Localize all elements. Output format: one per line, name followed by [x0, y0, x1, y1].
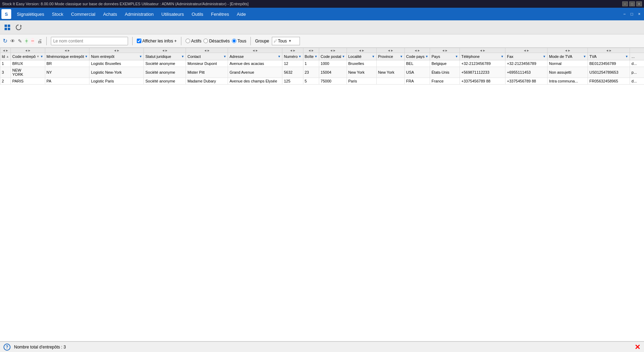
resize-extra[interactable] — [630, 48, 644, 53]
add-icon[interactable]: + — [25, 38, 28, 44]
filter-fax-icon[interactable]: ▼ — [543, 55, 546, 58]
menu-outils[interactable]: Outils — [188, 10, 207, 18]
radio-tous-label[interactable]: Tous — [232, 39, 246, 44]
radio-desactives[interactable] — [203, 39, 208, 43]
col-header-cpays[interactable]: Code pays▼ — [404, 53, 430, 60]
resize-pays[interactable]: ◄► — [430, 48, 460, 53]
status-close-icon[interactable]: ✕ — [635, 343, 640, 351]
resize-num[interactable]: ◄► — [282, 48, 303, 53]
resize-tva[interactable]: ◄► — [588, 48, 630, 53]
filter-num-icon[interactable]: ▼ — [298, 55, 302, 58]
filter-adresse-icon[interactable]: ▼ — [278, 55, 281, 58]
filter-mnem-icon[interactable]: ▼ — [85, 55, 88, 58]
resize-code[interactable]: ◄► — [11, 48, 45, 53]
menu-aide[interactable]: Aide — [233, 10, 249, 18]
col-header-adresse[interactable]: Adresse▼ — [228, 53, 282, 60]
filter-modetva-icon[interactable]: ▼ — [583, 55, 586, 58]
title-bar-buttons: − □ × — [622, 1, 642, 6]
resize-id[interactable]: ◄► — [0, 48, 11, 53]
table-row[interactable]: 2PARISPALogistic ParisSociété anonymeMad… — [0, 78, 644, 85]
resize-cp[interactable]: ◄► — [319, 48, 347, 53]
print-icon[interactable]: 🖨 — [37, 38, 42, 44]
menu-fenetres[interactable]: Fenêtres — [208, 10, 233, 18]
win-close[interactable]: × — [636, 11, 643, 17]
resize-adresse[interactable]: ◄► — [228, 48, 282, 53]
minimize-btn[interactable]: − — [622, 1, 628, 6]
filter-cpays-icon[interactable]: ▼ — [425, 55, 428, 58]
col-header-prov[interactable]: Province▼ — [376, 53, 404, 60]
status-text: Nombre total d'entrepôts : 3 — [14, 345, 66, 350]
table-cell: Mister Pitt — [186, 67, 228, 78]
col-header-mnem[interactable]: Mnémonique entrepôt▼ — [45, 53, 89, 60]
radio-tous[interactable] — [232, 39, 236, 43]
edit-icon[interactable]: ✎ — [18, 38, 22, 44]
menu-achats[interactable]: Achats — [100, 10, 121, 18]
filter-pays-icon[interactable]: ▼ — [455, 55, 458, 58]
col-header-cp[interactable]: Code postal▼ — [319, 53, 347, 60]
col-header-pays[interactable]: Pays▼ — [430, 53, 460, 60]
afficher-infos-checkbox[interactable] — [137, 39, 141, 43]
resize-modetva[interactable]: ◄► — [548, 48, 588, 53]
close-btn[interactable]: × — [636, 1, 642, 6]
filter-cp-icon[interactable]: ▼ — [342, 55, 345, 58]
col-header-statut[interactable]: Statut juridique▼ — [144, 53, 186, 60]
filter-prov-icon[interactable]: ▼ — [400, 55, 403, 58]
menu-utilisateurs[interactable]: Utilisateurs — [158, 10, 187, 18]
resize-cpays[interactable]: ◄► — [404, 48, 430, 53]
col-header-contact[interactable]: Contact▼ — [186, 53, 228, 60]
radio-actifs-label[interactable]: Actifs — [186, 39, 201, 44]
table-row[interactable]: 3NEW YORKNYLogistic New-YorkSociété anon… — [0, 67, 644, 78]
filter-code-icon[interactable]: ▼ — [40, 55, 43, 58]
col-header-num[interactable]: Numéro▼ — [282, 53, 303, 60]
col-header-modetva[interactable]: Mode de TVA▼ — [548, 53, 588, 60]
col-header-tva[interactable]: TVA▼ — [588, 53, 630, 60]
resize-mnem[interactable]: ◄► — [45, 48, 89, 53]
col-header-code[interactable]: Code entrepô▼▼ — [11, 53, 45, 60]
menu-signaletiques[interactable]: Signalétiques — [13, 10, 48, 18]
delete-icon[interactable]: − — [31, 38, 34, 44]
col-header-extra: ... — [630, 53, 644, 60]
resize-boite[interactable]: ◄► — [303, 48, 319, 53]
menu-stock[interactable]: Stock — [48, 10, 67, 18]
filter-tva-icon[interactable]: ▼ — [625, 55, 628, 58]
radio-desactives-label[interactable]: Désactivés — [203, 39, 230, 44]
resize-contact[interactable]: ◄► — [186, 48, 228, 53]
win-restore[interactable]: □ — [629, 11, 635, 17]
filter-nom-icon[interactable]: ▼ — [139, 55, 142, 58]
menu-commercial[interactable]: Commercial — [68, 10, 99, 18]
help-icon[interactable]: ? — [4, 344, 11, 351]
resize-loc[interactable]: ◄► — [347, 48, 376, 53]
resize-nom[interactable]: ◄► — [89, 48, 144, 53]
col-header-boite[interactable]: Boîte▼ — [303, 53, 319, 60]
module-grid-icon[interactable] — [3, 23, 12, 32]
col-header-nom[interactable]: Nom entrepôt▼ — [89, 53, 144, 60]
search-input[interactable] — [51, 37, 128, 45]
filter-statut-icon[interactable]: ▼ — [181, 55, 185, 58]
afficher-infos-checkbox-label[interactable]: Afficher les infos + — [137, 39, 177, 44]
filter-tel-icon[interactable]: ▼ — [501, 55, 504, 58]
filter-boite-icon[interactable]: ▼ — [314, 55, 317, 58]
resize-prov[interactable]: ◄► — [376, 48, 404, 53]
menu-administration[interactable]: Administration — [121, 10, 157, 18]
svg-rect-2 — [5, 28, 7, 30]
win-minimize[interactable]: − — [621, 11, 628, 17]
col-header-loc[interactable]: Localité▼ — [347, 53, 376, 60]
table-cell: d... — [630, 60, 644, 67]
table-container[interactable]: ◄► ◄► ◄► ◄► ◄► ◄► ◄► ◄► ◄► ◄► ◄► ◄► ◄► ◄… — [0, 48, 644, 341]
view-icon[interactable]: 👁 — [10, 38, 15, 44]
table-row[interactable]: 1BRUXBRLogistic BruxellesSociété anonyme… — [0, 60, 644, 67]
table-cell: Bruxelles — [347, 60, 376, 67]
col-header-fax[interactable]: Fax▼ — [505, 53, 548, 60]
table-cell: FRA — [404, 78, 430, 85]
refresh-icon[interactable]: ↻ — [3, 38, 7, 44]
filter-contact-icon[interactable]: ▼ — [223, 55, 227, 58]
col-header-id[interactable]: Id▲ — [0, 53, 11, 60]
radio-actifs[interactable] — [186, 39, 190, 43]
maximize-btn[interactable]: □ — [629, 1, 635, 6]
col-header-tel[interactable]: Téléphone▼ — [460, 53, 505, 60]
resize-fax[interactable]: ◄► — [505, 48, 548, 53]
filter-loc-icon[interactable]: ▼ — [372, 55, 375, 58]
resize-tel[interactable]: ◄► — [460, 48, 505, 53]
refresh-module-icon[interactable] — [14, 23, 23, 32]
resize-statut[interactable]: ◄► — [144, 48, 186, 53]
